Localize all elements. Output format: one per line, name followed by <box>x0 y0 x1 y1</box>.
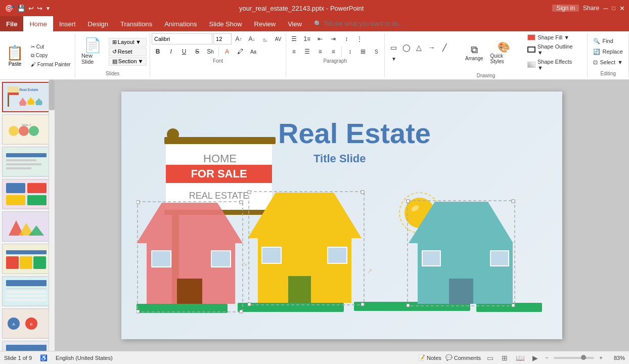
decrease-indent-button[interactable]: ⇤ <box>314 33 326 44</box>
svg-rect-18 <box>6 159 36 161</box>
strikethrough-button[interactable]: S <box>191 46 203 57</box>
slide-thumb-7[interactable]: 7 <box>2 276 51 306</box>
shape-circle[interactable]: ◯ <box>400 42 413 53</box>
notes-button[interactable]: 📝 Notes <box>418 354 441 361</box>
tab-home[interactable]: Home <box>23 16 53 31</box>
shape-arrow[interactable]: → <box>426 42 438 53</box>
cut-button[interactable]: ✂ Cut <box>29 43 73 51</box>
slide-sorter-button[interactable]: ⊞ <box>500 353 510 363</box>
increase-indent-button[interactable]: ⇥ <box>327 33 339 44</box>
italic-button[interactable]: I <box>165 46 177 57</box>
columns-button[interactable]: ⋮ <box>353 33 366 44</box>
slide-thumb-9[interactable]: 9 <box>2 341 51 351</box>
layout-button[interactable]: ⊞ Layout ▼ <box>109 38 147 47</box>
copy-button[interactable]: ⧉ Copy <box>29 52 73 60</box>
section-button[interactable]: ▤ Section ▼ <box>109 57 147 66</box>
align-center-button[interactable]: ☰ <box>301 46 313 57</box>
justify-button[interactable]: ≡ <box>327 46 339 57</box>
bullets-button[interactable]: ☰ <box>288 33 300 44</box>
slide-thumb-6[interactable]: 6 <box>2 244 51 274</box>
svg-rect-22 <box>6 183 25 193</box>
reset-button[interactable]: ↺ Reset <box>109 48 147 56</box>
slide-thumb-4[interactable]: 4 <box>2 179 51 209</box>
shape-rect[interactable]: ▭ <box>388 42 400 53</box>
select-button[interactable]: ⊡ Select ▼ <box>590 58 625 67</box>
align-left-button[interactable]: ≡ <box>288 46 300 57</box>
new-slide-button[interactable]: 📄 New Slide <box>78 36 108 67</box>
change-case-button[interactable]: Aa <box>247 46 259 57</box>
slide-preview-5 <box>4 213 49 240</box>
text-highlight-button[interactable]: 🖍 <box>234 46 246 57</box>
quick-styles-button[interactable]: 🎨 Quick Styles <box>487 35 521 70</box>
tab-insert[interactable]: Insert <box>53 16 82 31</box>
share-btn[interactable]: Share <box>583 5 599 12</box>
redo-icon[interactable]: ↪ <box>37 5 42 12</box>
paste-button[interactable]: 📋 Paste <box>2 33 28 77</box>
zoom-out-button[interactable]: － <box>544 354 550 361</box>
shape-fill-button[interactable]: Shape Fill ▼ <box>525 33 580 41</box>
shape-triangle[interactable]: △ <box>413 42 425 53</box>
text-direction-button[interactable]: ↕ <box>344 46 356 57</box>
accessibility-icon[interactable]: ♿ <box>40 354 48 361</box>
underline-button[interactable]: U <box>178 46 190 57</box>
slides-group: 📄 New Slide ⊞ Layout ▼ ↺ Reset ▤ Section… <box>75 33 151 77</box>
text-shadow-button[interactable]: Sh <box>204 46 216 57</box>
slide-preview-3 <box>4 148 49 175</box>
tab-animations[interactable]: Animations <box>158 16 203 31</box>
tab-file[interactable]: File <box>0 16 23 31</box>
slide-thumb-3[interactable]: 3 <box>2 147 51 177</box>
align-text-button[interactable]: ⊞ <box>357 46 369 57</box>
slide-thumb-1[interactable]: 1 Real Estate <box>2 82 51 112</box>
tab-view[interactable]: View <box>282 16 308 31</box>
shape-more[interactable]: ▼ <box>388 54 400 65</box>
font-shrink-button[interactable]: A↓ <box>246 33 258 44</box>
close-icon[interactable]: ✕ <box>619 5 625 12</box>
shape-line[interactable]: ╱ <box>438 42 451 53</box>
character-spacing-button[interactable]: AV <box>272 33 284 44</box>
slide-thumb-2[interactable]: 2 Slide 2 <box>2 114 51 145</box>
numbering-button[interactable]: 1≡ <box>301 33 313 44</box>
search-input[interactable] <box>324 20 425 27</box>
format-painter-button[interactable]: 🖌 Format Painter <box>29 61 73 68</box>
comments-button[interactable]: 💬 Comments <box>445 354 481 361</box>
restore-icon[interactable]: □ <box>612 5 615 11</box>
svg-rect-64 <box>476 303 542 312</box>
slide-canvas[interactable]: Real Estate Title Slide HOME FOR SALE RE… <box>121 92 562 339</box>
normal-view-button[interactable]: ▭ <box>485 353 496 363</box>
font-name-input[interactable] <box>152 33 212 44</box>
font-grow-button[interactable]: A↑ <box>233 33 245 44</box>
find-button[interactable]: 🔍 Find <box>590 37 625 46</box>
shape-outline-button[interactable]: Shape Outline ▼ <box>525 42 580 57</box>
shape-effects-button[interactable]: Shape Effects ▼ <box>525 58 580 72</box>
align-right-button[interactable]: ≡ <box>314 46 326 57</box>
font-size-input[interactable] <box>213 33 232 44</box>
smartart-button[interactable]: S <box>370 46 382 57</box>
slide-thumb-5[interactable]: 5 <box>2 211 51 242</box>
slides-scrollbar[interactable] <box>49 80 55 351</box>
tab-review[interactable]: Review <box>248 16 282 31</box>
slide-thumb-8[interactable]: 8 A B <box>2 308 51 339</box>
font-color-button[interactable]: A <box>221 46 233 57</box>
bold-button[interactable]: B <box>152 46 164 57</box>
reading-view-button[interactable]: 📖 <box>514 353 526 363</box>
zoom-in-button[interactable]: ＋ <box>598 354 604 361</box>
clear-format-button[interactable]: ⎁ <box>259 33 271 44</box>
line-spacing-button[interactable]: ↕ <box>340 33 352 44</box>
slides-scroll-thumb[interactable] <box>49 80 55 110</box>
arrange-button[interactable]: ⧉ Arrange <box>462 35 486 70</box>
save-icon[interactable]: 💾 <box>17 5 25 12</box>
minimize-icon[interactable]: ─ <box>603 5 608 12</box>
tab-transitions[interactable]: Transitions <box>114 16 158 31</box>
svg-rect-40 <box>6 299 47 301</box>
sign-in[interactable]: Sign in <box>552 5 579 12</box>
zoom-level[interactable]: 83% <box>608 355 625 361</box>
slideshow-button[interactable]: ▶ <box>530 353 540 363</box>
undo-icon[interactable]: ↩ <box>28 5 34 12</box>
customize-icon[interactable]: ▼ <box>46 6 51 11</box>
svg-rect-16 <box>4 148 49 175</box>
tab-design[interactable]: Design <box>82 16 114 31</box>
svg-rect-97 <box>512 200 515 203</box>
replace-button[interactable]: 🔄 Replace <box>590 48 625 56</box>
zoom-slider[interactable] <box>554 357 594 359</box>
tab-slideshow[interactable]: Slide Show <box>203 16 248 31</box>
